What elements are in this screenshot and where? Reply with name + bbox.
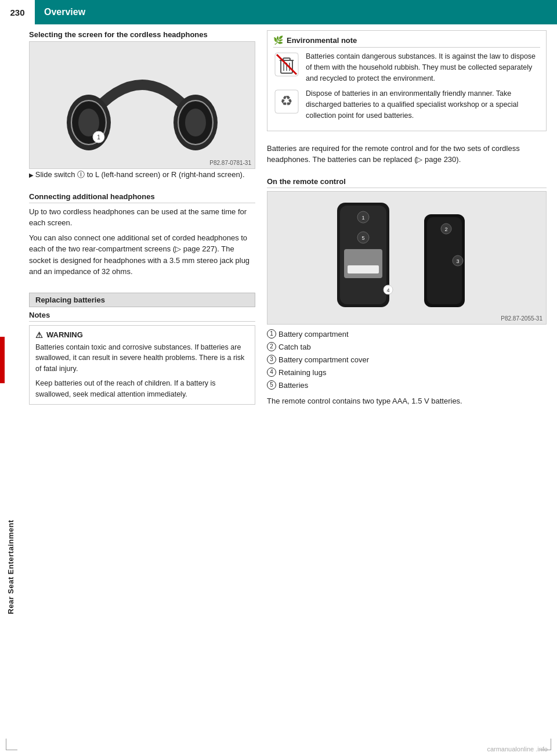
warning-text1: Batteries contain toxic and corrosive su… bbox=[35, 342, 249, 375]
env-note-box: 🌿 Environmental note bbox=[267, 30, 547, 131]
remote-svg: 1 5 4 2 3 bbox=[302, 197, 511, 319]
svg-rect-22 bbox=[344, 249, 382, 278]
svg-text:1: 1 bbox=[97, 134, 100, 141]
warning-icon: ⚠ bbox=[35, 330, 43, 340]
svg-text:2: 2 bbox=[444, 226, 447, 232]
headphones-heading: Selecting the screen for the cordless he… bbox=[29, 30, 255, 39]
left-column: Selecting the screen for the cordless he… bbox=[29, 30, 255, 746]
list-item-5: 5 Batteries bbox=[267, 379, 547, 392]
env-note-label: Environmental note bbox=[287, 36, 357, 45]
svg-text:♻: ♻ bbox=[280, 93, 293, 109]
right-column: 🌿 Environmental note bbox=[267, 30, 547, 746]
main-content: Selecting the screen for the cordless he… bbox=[29, 30, 547, 746]
remote-numbered-list: 1 Battery compartment 2 Catch tab 3 Batt… bbox=[267, 328, 547, 392]
slide-instruction: Slide switch Ⓘ to L (left-hand screen) o… bbox=[29, 169, 255, 181]
section-headphones: Selecting the screen for the cordless he… bbox=[29, 30, 255, 184]
headphone-svg: 1 bbox=[55, 47, 229, 163]
env-note-title: 🌿 Environmental note bbox=[273, 35, 540, 48]
leaf-icon: 🌿 bbox=[273, 35, 283, 45]
connecting-body2: You can also connect one additional set … bbox=[29, 232, 255, 278]
svg-text:4: 4 bbox=[386, 287, 389, 293]
notes-heading: Notes bbox=[29, 311, 255, 322]
svg-text:3: 3 bbox=[456, 258, 459, 264]
headphone-image-caption: P82.87-0781-31 bbox=[209, 160, 251, 166]
warning-text2: Keep batteries out of the reach of child… bbox=[35, 378, 249, 400]
item-label-5: Batteries bbox=[278, 379, 308, 392]
list-item-3: 3 Battery compartment cover bbox=[267, 354, 547, 366]
sidebar-accent bbox=[0, 337, 5, 383]
recycle-icon: ♻ bbox=[273, 88, 300, 115]
sidebar-label: Rear Seat Entertainment bbox=[0, 378, 21, 756]
recycling-cross-icon bbox=[273, 51, 300, 78]
remote-footer-text: The remote control contains two type AAA… bbox=[267, 395, 547, 407]
list-item-1: 1 Battery compartment bbox=[267, 328, 547, 341]
list-item-2: 2 Catch tab bbox=[267, 341, 547, 354]
remote-image: 1 5 4 2 3 bbox=[267, 191, 547, 325]
item-label-3: Battery compartment cover bbox=[278, 354, 369, 366]
item-label-2: Catch tab bbox=[278, 341, 311, 354]
svg-text:5: 5 bbox=[361, 235, 364, 241]
env-note-text2: Dispose of batteries in an environmental… bbox=[306, 88, 540, 121]
batteries-info: Batteries are required for the remote co… bbox=[267, 143, 547, 165]
headphone-image: 1 P82.87-0781-31 bbox=[29, 41, 255, 169]
item-label-1: Battery compartment bbox=[278, 328, 349, 341]
env-note-row2: ♻ Dispose of batteries in an environment… bbox=[273, 88, 540, 121]
svg-rect-27 bbox=[348, 265, 379, 273]
remote-image-caption: P82.87-2055-31 bbox=[501, 315, 542, 322]
svg-point-5 bbox=[185, 109, 206, 136]
replacing-box: Replacing batteries bbox=[29, 293, 255, 307]
svg-rect-13 bbox=[283, 58, 290, 60]
env-note-row1: Batteries contain dangerous substances. … bbox=[273, 51, 540, 84]
warning-title: ⚠ WARNING bbox=[35, 330, 249, 340]
watermark: carmanualonline .info bbox=[487, 746, 548, 753]
num-4: 4 bbox=[267, 368, 276, 377]
remote-section: On the remote control 1 5 bbox=[267, 177, 547, 407]
num-1: 1 bbox=[267, 329, 276, 339]
list-item-4: 4 Retaining lugs bbox=[267, 366, 547, 379]
remote-heading: On the remote control bbox=[267, 177, 547, 188]
num-5: 5 bbox=[267, 380, 276, 390]
item-label-4: Retaining lugs bbox=[278, 366, 326, 379]
connecting-body1: Up to two cordless headphones can be use… bbox=[29, 206, 255, 229]
env-note-text1: Batteries contain dangerous substances. … bbox=[306, 51, 540, 84]
sidebar-label-text: Rear Seat Entertainment bbox=[6, 520, 15, 614]
num-3: 3 bbox=[267, 355, 276, 364]
warning-label: WARNING bbox=[46, 330, 83, 339]
num-2: 2 bbox=[267, 342, 276, 351]
section-replacing: Replacing batteries Notes ⚠ WARNING Batt… bbox=[29, 288, 255, 405]
connecting-heading: Connecting additional headphones bbox=[29, 192, 255, 203]
no-trash-svg bbox=[273, 51, 300, 78]
header-title: Overview bbox=[35, 7, 85, 17]
page-number: 230 bbox=[0, 0, 35, 24]
warning-box: ⚠ WARNING Batteries contain toxic and co… bbox=[29, 325, 255, 405]
header-bar: 230 Overview bbox=[0, 0, 557, 24]
svg-text:1: 1 bbox=[361, 215, 364, 221]
section-connecting: Connecting additional headphones Up to t… bbox=[29, 192, 255, 278]
recycle-svg: ♻ bbox=[273, 88, 300, 115]
